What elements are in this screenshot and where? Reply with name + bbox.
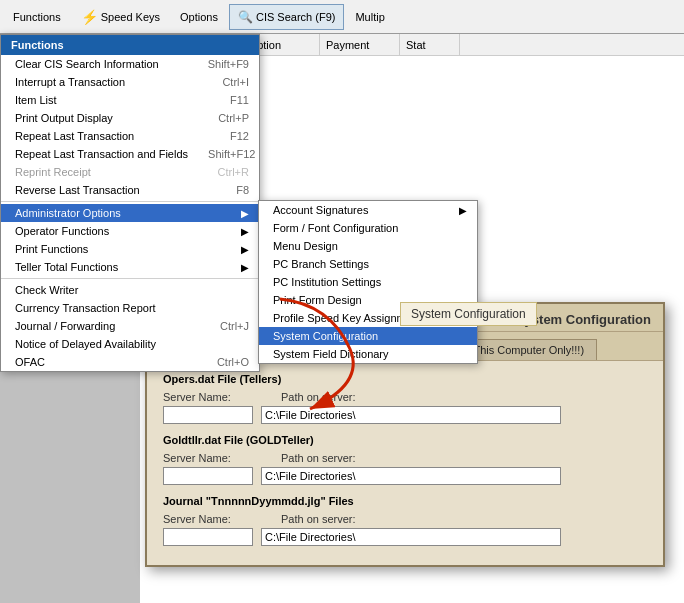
gold-path-label: Path on server: bbox=[281, 452, 356, 464]
menu-shortcut: F8 bbox=[236, 184, 249, 196]
section-gold-title: Goldtllr.dat File (GOLDTeller) bbox=[163, 434, 647, 446]
menu-item-reverse[interactable]: Reverse Last Transaction F8 bbox=[1, 181, 259, 199]
payment-col: Payment bbox=[320, 34, 400, 55]
menu-shortcut: Shift+F12 bbox=[208, 148, 255, 160]
menu-item-label: Clear CIS Search Information bbox=[15, 58, 159, 70]
menu-header: Functions bbox=[1, 35, 259, 55]
submenu-item-label: PC Institution Settings bbox=[273, 276, 381, 288]
submenu-system-field[interactable]: System Field Dictionary bbox=[259, 345, 477, 363]
submenu-menu-design[interactable]: Menu Design bbox=[259, 237, 477, 255]
menu-item-check-writer[interactable]: Check Writer bbox=[1, 281, 259, 299]
arrow-icon: ▶ bbox=[459, 205, 467, 216]
section-opers-title: Opers.dat File (Tellers) bbox=[163, 373, 647, 385]
opers-server-input[interactable] bbox=[163, 406, 253, 424]
multip-btn[interactable]: Multip bbox=[346, 4, 393, 30]
menu-shortcut: F12 bbox=[230, 130, 249, 142]
gold-server-label: Server Name: bbox=[163, 452, 253, 464]
submenu-form-font[interactable]: Form / Font Configuration bbox=[259, 219, 477, 237]
functions-label: Functions bbox=[13, 11, 61, 23]
stat-col: Stat bbox=[400, 34, 460, 55]
menu-item-label: OFAC bbox=[15, 356, 45, 368]
cis-search-label: CIS Search (F9) bbox=[256, 11, 335, 23]
dialog-content: Opers.dat File (Tellers) Server Name: Pa… bbox=[147, 360, 663, 565]
menu-item-teller-total[interactable]: Teller Total Functions ▶ bbox=[1, 258, 259, 276]
menu-item-label: Teller Total Functions bbox=[15, 261, 118, 273]
tooltip-text: System Configuration bbox=[411, 307, 526, 321]
menu-item-label: Notice of Delayed Availability bbox=[15, 338, 156, 350]
menu-shortcut: Ctrl+O bbox=[217, 356, 249, 368]
menu-separator-2 bbox=[1, 278, 259, 279]
menu-item-label: Reprint Receipt bbox=[15, 166, 91, 178]
menu-shortcut: Shift+F9 bbox=[208, 58, 249, 70]
menu-item-clear-cis[interactable]: Clear CIS Search Information Shift+F9 bbox=[1, 55, 259, 73]
menu-item-interrupt[interactable]: Interrupt a Transaction Ctrl+I bbox=[1, 73, 259, 91]
opers-path-label: Path on server: bbox=[281, 391, 356, 403]
section-journal-title: Journal "TnnnnnDyymmdd.jlg" Files bbox=[163, 495, 647, 507]
menu-item-currency[interactable]: Currency Transaction Report bbox=[1, 299, 259, 317]
options-btn[interactable]: Options bbox=[171, 4, 227, 30]
admin-submenu: Account Signatures ▶ Form / Font Configu… bbox=[258, 200, 478, 364]
menu-item-label: Repeat Last Transaction bbox=[15, 130, 134, 142]
menu-shortcut: F11 bbox=[230, 94, 249, 106]
menu-item-label: Check Writer bbox=[15, 284, 78, 296]
menu-item-delayed[interactable]: Notice of Delayed Availability bbox=[1, 335, 259, 353]
journal-input-row bbox=[163, 528, 647, 546]
menu-item-print-output[interactable]: Print Output Display Ctrl+P bbox=[1, 109, 259, 127]
menu-shortcut: Ctrl+I bbox=[222, 76, 249, 88]
menu-item-admin-options[interactable]: Administrator Options ▶ bbox=[1, 204, 259, 222]
menu-item-label: Reverse Last Transaction bbox=[15, 184, 140, 196]
menu-item-label: Item List bbox=[15, 94, 57, 106]
menu-item-operator-functions[interactable]: Operator Functions ▶ bbox=[1, 222, 259, 240]
menu-item-label: Operator Functions bbox=[15, 225, 109, 237]
speed-keys-btn[interactable]: ⚡ Speed Keys bbox=[72, 4, 169, 30]
search-icon: 🔍 bbox=[238, 10, 253, 24]
submenu-system-config[interactable]: System Configuration bbox=[259, 327, 477, 345]
menu-item-repeat-last-fields[interactable]: Repeat Last Transaction and Fields Shift… bbox=[1, 145, 259, 163]
submenu-item-label: Account Signatures bbox=[273, 204, 368, 216]
journal-server-label: Server Name: bbox=[163, 513, 253, 525]
toolbar: Functions ⚡ Speed Keys Options 🔍 CIS Sea… bbox=[0, 0, 684, 34]
speed-keys-label: Speed Keys bbox=[101, 11, 160, 23]
submenu-pc-branch[interactable]: PC Branch Settings bbox=[259, 255, 477, 273]
gold-input-row bbox=[163, 467, 647, 485]
submenu-item-label: PC Branch Settings bbox=[273, 258, 369, 270]
submenu-item-label: Print Form Design bbox=[273, 294, 362, 306]
lightning-icon: ⚡ bbox=[81, 9, 98, 25]
menu-item-label: Currency Transaction Report bbox=[15, 302, 156, 314]
gold-path-input[interactable] bbox=[261, 467, 561, 485]
menu-header-label: Functions bbox=[11, 39, 64, 51]
menu-shortcut: Ctrl+P bbox=[218, 112, 249, 124]
menu-item-item-list[interactable]: Item List F11 bbox=[1, 91, 259, 109]
submenu-account-signatures[interactable]: Account Signatures ▶ bbox=[259, 201, 477, 219]
opers-server-row: Server Name: Path on server: bbox=[163, 391, 647, 403]
submenu-item-label: System Configuration bbox=[273, 330, 378, 342]
menu-item-label: Print Functions bbox=[15, 243, 88, 255]
submenu-item-label: Menu Design bbox=[273, 240, 338, 252]
menu-item-repeat-last[interactable]: Repeat Last Transaction F12 bbox=[1, 127, 259, 145]
journal-path-label: Path on server: bbox=[281, 513, 356, 525]
menu-item-journal[interactable]: Journal / Forwarding Ctrl+J bbox=[1, 317, 259, 335]
functions-menu-btn[interactable]: Functions bbox=[4, 4, 70, 30]
arrow-icon: ▶ bbox=[241, 262, 249, 273]
gold-server-input[interactable] bbox=[163, 467, 253, 485]
opers-path-input[interactable] bbox=[261, 406, 561, 424]
submenu-item-label: System Field Dictionary bbox=[273, 348, 389, 360]
menu-item-print-functions[interactable]: Print Functions ▶ bbox=[1, 240, 259, 258]
cis-search-btn[interactable]: 🔍 CIS Search (F9) bbox=[229, 4, 344, 30]
system-config-tooltip: System Configuration bbox=[400, 302, 537, 326]
menu-item-label: Administrator Options bbox=[15, 207, 121, 219]
menu-item-reprint: Reprint Receipt Ctrl+R bbox=[1, 163, 259, 181]
submenu-pc-institution[interactable]: PC Institution Settings bbox=[259, 273, 477, 291]
arrow-icon: ▶ bbox=[241, 208, 249, 219]
journal-server-input[interactable] bbox=[163, 528, 253, 546]
menu-item-label: Interrupt a Transaction bbox=[15, 76, 125, 88]
menu-item-label: Print Output Display bbox=[15, 112, 113, 124]
arrow-icon: ▶ bbox=[241, 226, 249, 237]
multip-label: Multip bbox=[355, 11, 384, 23]
menu-shortcut: Ctrl+J bbox=[220, 320, 249, 332]
menu-item-ofac[interactable]: OFAC Ctrl+O bbox=[1, 353, 259, 371]
arrow-icon: ▶ bbox=[241, 244, 249, 255]
menu-separator-1 bbox=[1, 201, 259, 202]
options-label: Options bbox=[180, 11, 218, 23]
journal-path-input[interactable] bbox=[261, 528, 561, 546]
